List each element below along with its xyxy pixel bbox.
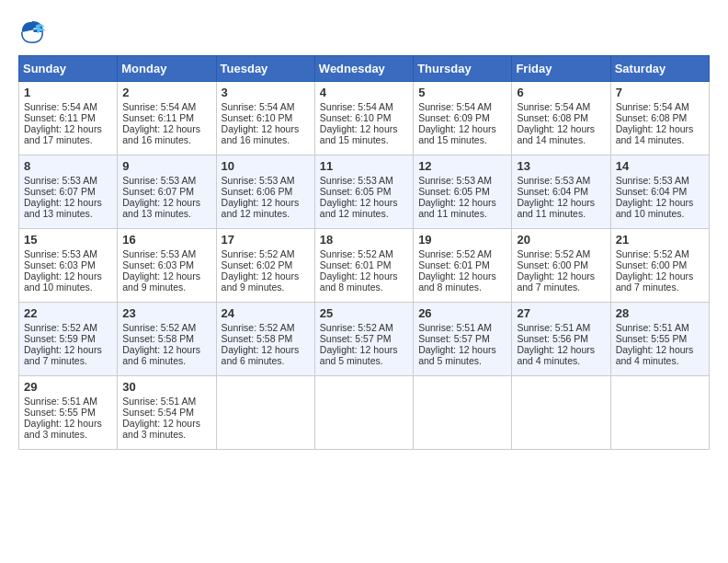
sunrise-label: Sunrise: 5:53 AM <box>24 248 97 259</box>
sunrise-label: Sunrise: 5:53 AM <box>320 175 393 186</box>
calendar-cell: 8 Sunrise: 5:53 AM Sunset: 6:07 PM Dayli… <box>19 155 118 229</box>
sunset-label: Sunset: 6:05 PM <box>418 186 490 197</box>
sunrise-label: Sunrise: 5:53 AM <box>24 175 97 186</box>
calendar-cell: 21 Sunrise: 5:52 AM Sunset: 6:00 PM Dayl… <box>610 229 709 303</box>
sunset-label: Sunset: 5:56 PM <box>517 333 588 344</box>
calendar-cell: 15 Sunrise: 5:53 AM Sunset: 6:03 PM Dayl… <box>19 229 118 303</box>
calendar-cell: 26 Sunrise: 5:51 AM Sunset: 5:57 PM Dayl… <box>414 303 512 376</box>
day-number: 30 <box>122 380 210 394</box>
sunrise-label: Sunrise: 5:52 AM <box>320 248 393 259</box>
column-header-sunday: Sunday <box>19 56 118 82</box>
sunrise-label: Sunrise: 5:52 AM <box>222 248 295 259</box>
day-number: 12 <box>418 159 506 173</box>
sunrise-label: Sunrise: 5:53 AM <box>122 248 196 259</box>
day-number: 18 <box>320 233 408 247</box>
day-number: 1 <box>24 86 112 99</box>
day-number: 5 <box>418 86 506 99</box>
daylight-label: Daylight: 12 hours and 12 minutes. <box>222 197 300 219</box>
calendar-cell: 3 Sunrise: 5:54 AM Sunset: 6:10 PM Dayli… <box>216 82 314 155</box>
day-number: 26 <box>418 306 506 320</box>
calendar-cell: 10 Sunrise: 5:53 AM Sunset: 6:06 PM Dayl… <box>216 155 314 229</box>
sunset-label: Sunset: 6:07 PM <box>24 186 96 197</box>
sunset-label: Sunset: 5:57 PM <box>418 333 490 344</box>
day-number: 25 <box>320 306 408 320</box>
day-number: 27 <box>517 306 605 320</box>
calendar-cell: 27 Sunrise: 5:51 AM Sunset: 5:56 PM Dayl… <box>512 303 610 376</box>
sunrise-label: Sunrise: 5:52 AM <box>122 322 196 333</box>
logo <box>18 18 50 46</box>
day-number: 14 <box>616 159 704 173</box>
daylight-label: Daylight: 12 hours and 6 minutes. <box>222 344 300 366</box>
sunset-label: Sunset: 6:04 PM <box>517 186 588 197</box>
calendar-cell: 13 Sunrise: 5:53 AM Sunset: 6:04 PM Dayl… <box>512 155 610 229</box>
sunset-label: Sunset: 6:04 PM <box>616 186 688 197</box>
sunset-label: Sunset: 6:07 PM <box>122 186 194 197</box>
calendar-cell: 2 Sunrise: 5:54 AM Sunset: 6:11 PM Dayli… <box>118 82 216 155</box>
sunrise-label: Sunrise: 5:52 AM <box>418 248 492 259</box>
calendar-cell: 11 Sunrise: 5:53 AM Sunset: 6:05 PM Dayl… <box>314 155 413 229</box>
calendar-cell: 4 Sunrise: 5:54 AM Sunset: 6:10 PM Dayli… <box>314 82 413 155</box>
calendar-header-row: SundayMondayTuesdayWednesdayThursdayFrid… <box>19 56 710 82</box>
sunset-label: Sunset: 5:55 PM <box>616 333 688 344</box>
calendar-cell: 18 Sunrise: 5:52 AM Sunset: 6:01 PM Dayl… <box>314 229 413 303</box>
calendar-week-row: 29 Sunrise: 5:51 AM Sunset: 5:55 PM Dayl… <box>19 376 710 450</box>
day-number: 11 <box>320 159 408 173</box>
sunrise-label: Sunrise: 5:54 AM <box>320 101 393 112</box>
day-number: 28 <box>616 306 704 320</box>
daylight-label: Daylight: 12 hours and 5 minutes. <box>320 344 398 366</box>
daylight-label: Daylight: 12 hours and 16 minutes. <box>222 123 300 145</box>
day-number: 23 <box>122 306 210 320</box>
sunset-label: Sunset: 6:03 PM <box>122 259 194 270</box>
day-number: 17 <box>222 233 310 247</box>
calendar-cell: 24 Sunrise: 5:52 AM Sunset: 5:58 PM Dayl… <box>216 303 314 376</box>
day-number: 8 <box>24 159 112 173</box>
sunrise-label: Sunrise: 5:54 AM <box>418 101 492 112</box>
sunrise-label: Sunrise: 5:51 AM <box>418 322 492 333</box>
calendar-cell: 19 Sunrise: 5:52 AM Sunset: 6:01 PM Dayl… <box>414 229 512 303</box>
sunrise-label: Sunrise: 5:54 AM <box>24 101 97 112</box>
sunrise-label: Sunrise: 5:53 AM <box>616 175 689 186</box>
sunset-label: Sunset: 6:02 PM <box>222 259 293 270</box>
sunset-label: Sunset: 6:05 PM <box>320 186 392 197</box>
sunset-label: Sunset: 5:58 PM <box>122 333 194 344</box>
daylight-label: Daylight: 12 hours and 8 minutes. <box>320 270 398 293</box>
page-header <box>18 18 710 46</box>
sunrise-label: Sunrise: 5:52 AM <box>616 248 689 259</box>
day-number: 7 <box>616 86 704 99</box>
calendar-cell <box>216 376 314 450</box>
column-header-tuesday: Tuesday <box>216 56 314 82</box>
day-number: 24 <box>222 306 310 320</box>
sunset-label: Sunset: 6:10 PM <box>320 112 392 123</box>
sunrise-label: Sunrise: 5:52 AM <box>517 248 590 259</box>
sunrise-label: Sunrise: 5:51 AM <box>616 322 689 333</box>
column-header-wednesday: Wednesday <box>314 56 413 82</box>
calendar-week-row: 8 Sunrise: 5:53 AM Sunset: 6:07 PM Dayli… <box>19 155 710 229</box>
calendar-cell: 17 Sunrise: 5:52 AM Sunset: 6:02 PM Dayl… <box>216 229 314 303</box>
calendar-cell: 5 Sunrise: 5:54 AM Sunset: 6:09 PM Dayli… <box>414 82 512 155</box>
daylight-label: Daylight: 12 hours and 7 minutes. <box>616 270 694 293</box>
sunset-label: Sunset: 5:59 PM <box>24 333 96 344</box>
daylight-label: Daylight: 12 hours and 4 minutes. <box>517 344 595 366</box>
sunrise-label: Sunrise: 5:51 AM <box>517 322 590 333</box>
sunset-label: Sunset: 6:01 PM <box>320 259 392 270</box>
sunrise-label: Sunrise: 5:54 AM <box>122 101 196 112</box>
daylight-label: Daylight: 12 hours and 8 minutes. <box>418 270 496 293</box>
sunrise-label: Sunrise: 5:53 AM <box>122 175 196 186</box>
calendar-cell: 22 Sunrise: 5:52 AM Sunset: 5:59 PM Dayl… <box>19 303 118 376</box>
daylight-label: Daylight: 12 hours and 4 minutes. <box>616 344 694 366</box>
day-number: 6 <box>517 86 605 99</box>
sunset-label: Sunset: 6:08 PM <box>616 112 688 123</box>
column-header-monday: Monday <box>118 56 216 82</box>
sunrise-label: Sunrise: 5:51 AM <box>24 396 97 407</box>
day-number: 29 <box>24 380 112 394</box>
daylight-label: Daylight: 12 hours and 13 minutes. <box>24 197 102 219</box>
sunrise-label: Sunrise: 5:54 AM <box>222 101 295 112</box>
daylight-label: Daylight: 12 hours and 10 minutes. <box>616 197 694 219</box>
general-blue-logo-icon <box>18 18 46 46</box>
sunset-label: Sunset: 6:11 PM <box>122 112 194 123</box>
daylight-label: Daylight: 12 hours and 13 minutes. <box>122 197 200 219</box>
daylight-label: Daylight: 12 hours and 11 minutes. <box>517 197 595 219</box>
daylight-label: Daylight: 12 hours and 7 minutes. <box>24 344 102 366</box>
calendar-cell: 9 Sunrise: 5:53 AM Sunset: 6:07 PM Dayli… <box>118 155 216 229</box>
day-number: 2 <box>122 86 210 99</box>
